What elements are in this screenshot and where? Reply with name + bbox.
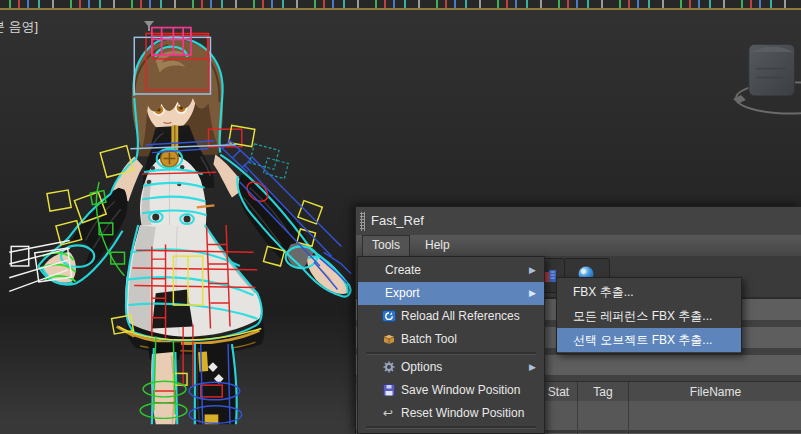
gear-icon [382,360,396,374]
window-menubar: Tools Help [356,235,801,257]
menu-separator [366,352,536,355]
window-title-bar[interactable]: Fast_Ref [356,207,801,235]
floppy-icon [382,383,396,397]
menu-item-export[interactable]: Export ▶ [358,282,544,305]
export-submenu: FBX 추출... 모든 레퍼런스 FBX 추출... 선택 오브젝트 FBX … [556,277,742,354]
tools-dropdown-menu: Create ▶ Export ▶ Reload All References … [357,256,545,434]
submenu-item-fbx-export[interactable]: FBX 추출... [557,280,741,304]
scene-prop [733,44,801,113]
reset-arrow-icon: ↩ [380,402,396,425]
batch-box-icon [382,332,396,346]
submenu-item-selected-objects-fbx-export[interactable]: 선택 오브젝트 FBX 추출... [557,328,741,352]
menu-item-reset-window-position[interactable]: ↩ Reset Window Position [358,402,544,425]
funnel-filter-icon[interactable] [142,19,156,33]
grid-header-filename[interactable]: FileName [629,382,801,402]
screen: 본 음영] Fast_Ref Tools Help [0,0,801,434]
menu-item-options[interactable]: Options ▶ [358,356,544,379]
drag-grip[interactable] [360,212,365,231]
xref-reload-icon [382,309,396,323]
chevron-right-icon: ▶ [529,282,536,305]
viewport-shading-label[interactable]: 본 음영] [0,18,38,36]
menu-item-create[interactable]: Create ▶ [358,259,544,282]
window-title: Fast_Ref [371,213,424,228]
submenu-item-all-references-fbx-export[interactable]: 모든 레퍼런스 FBX 추출... [557,304,741,328]
menu-item-save-window-position[interactable]: Save Window Position [358,379,544,402]
grid-header-stat[interactable]: Stat [540,382,578,402]
main-menubar-strip [0,0,801,8]
menu-tools[interactable]: Tools [362,235,410,256]
chevron-right-icon: ▶ [529,356,536,379]
grid-header-tag[interactable]: Tag [578,382,629,402]
menu-separator [366,426,536,429]
menu-item-batch-tool[interactable]: Batch Tool [358,328,544,351]
menu-help[interactable]: Help [416,235,459,255]
chevron-right-icon: ▶ [529,259,536,282]
menu-item-reload-all-references[interactable]: Reload All References [358,305,544,328]
